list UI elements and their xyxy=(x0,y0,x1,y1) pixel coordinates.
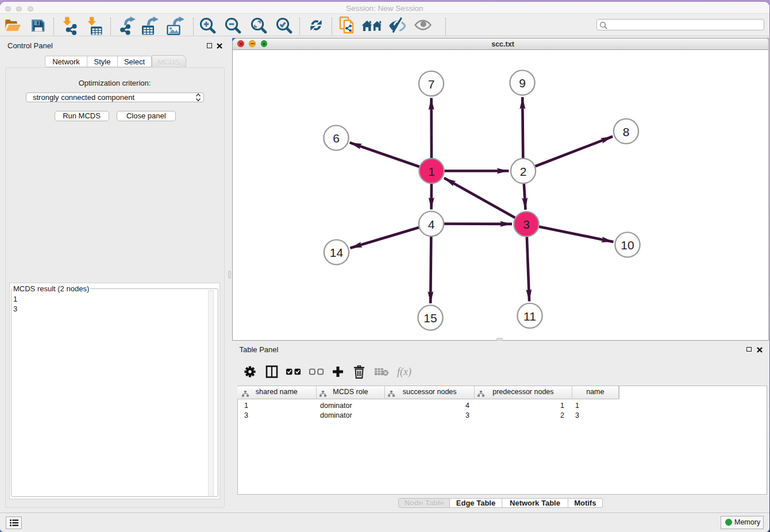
svg-text:8: 8 xyxy=(622,125,629,138)
svg-text:9: 9 xyxy=(519,76,526,90)
svg-text:14: 14 xyxy=(329,246,343,259)
svg-text:15: 15 xyxy=(424,311,437,325)
svg-text:11: 11 xyxy=(523,310,536,323)
svg-text:3: 3 xyxy=(523,218,530,231)
svg-text:6: 6 xyxy=(333,132,340,145)
svg-text:4: 4 xyxy=(428,218,434,231)
svg-text:2: 2 xyxy=(519,165,526,178)
svg-text:1: 1 xyxy=(428,165,435,178)
svg-text:10: 10 xyxy=(621,238,634,252)
svg-text:7: 7 xyxy=(428,78,434,91)
